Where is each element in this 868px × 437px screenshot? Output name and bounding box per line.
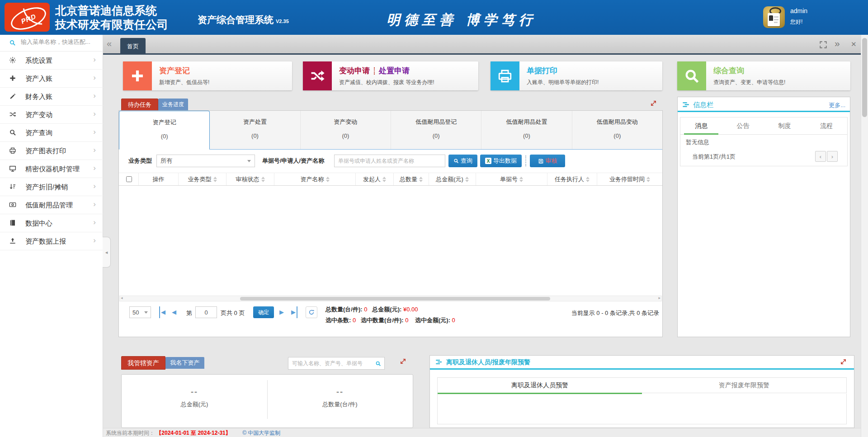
user-avatar[interactable] xyxy=(763,6,785,28)
subtab-lowvalue-disposal[interactable]: 低值耐用品处置 (0) xyxy=(481,111,572,149)
export-data-button[interactable]: X 导出数据 xyxy=(480,155,522,167)
hscroll-left-icon[interactable]: ◂ xyxy=(121,296,123,300)
first-page-icon[interactable]: ◀ xyxy=(159,306,165,318)
card-doc-print[interactable]: 单据打印 入账单、明细单等单据的打印! xyxy=(491,61,662,90)
sidebar-item-data-center[interactable]: 数据中心 › xyxy=(0,214,103,232)
col-audit-status[interactable]: 审核状态 xyxy=(226,173,274,185)
sidebar-item-chart-print[interactable]: 资产图表打印 › xyxy=(0,141,103,160)
sidebar-item-system-settings[interactable]: 系统设置 › xyxy=(0,51,103,70)
audit-button[interactable]: 审核 xyxy=(530,155,565,167)
company-line1: 北京普诺迪信息系统 xyxy=(55,4,168,18)
business-type-select[interactable]: 所有 xyxy=(156,155,255,167)
copyright-link[interactable]: © 中国大学监制 xyxy=(242,430,280,436)
col-doc-number[interactable]: 单据号 xyxy=(476,173,547,185)
col-total-amount[interactable]: 总金额(元) xyxy=(429,173,476,185)
page-confirm-button[interactable]: 确定 xyxy=(253,306,274,318)
tab-home[interactable]: 首页 xyxy=(120,38,146,55)
sidebar-item-asset-query[interactable]: 资产查询 › xyxy=(0,123,103,142)
prev-page-icon[interactable]: ◀ xyxy=(172,306,176,318)
card-comprehensive-query[interactable]: 综合查询 查询资产、变更、申请等信息! xyxy=(677,61,850,90)
info-tab-rules[interactable]: 制度 xyxy=(764,117,806,135)
doc-search-input[interactable] xyxy=(335,155,445,167)
fullscreen-icon[interactable] xyxy=(819,41,827,49)
sort-icon[interactable] xyxy=(261,177,265,182)
page-number-input[interactable] xyxy=(196,307,217,318)
footer-bar: 系统当前本期时间： 【2024-01-01 至 2024-12-31】 © 中国… xyxy=(103,428,861,437)
card-title-disposal[interactable]: 处置申请 xyxy=(379,66,410,76)
info-next-button[interactable]: › xyxy=(827,151,838,162)
subtab-asset-disposal[interactable]: 资产处置 (0) xyxy=(210,111,300,149)
col-stay-time[interactable]: 业务停留时间 xyxy=(597,173,662,185)
sidebar-item-data-report[interactable]: 资产数据上报 › xyxy=(0,232,103,250)
col-business-type[interactable]: 业务类型 xyxy=(179,173,226,185)
expand-panel-icon[interactable] xyxy=(400,358,406,365)
tab-business-progress[interactable]: 业务进度 xyxy=(158,99,188,110)
refresh-button[interactable] xyxy=(306,306,317,318)
search-icon[interactable] xyxy=(375,361,381,367)
sort-icon[interactable] xyxy=(465,177,469,182)
card-change-apply[interactable]: 变动申请 处置申请 资产减值、校内调拨、报废 等业务办理! xyxy=(303,61,478,90)
tab-todo-tasks[interactable]: 待办任务 xyxy=(121,99,158,111)
hscroll-right-icon[interactable]: ▸ xyxy=(658,296,660,300)
sort-icon[interactable] xyxy=(213,177,217,182)
tab-managed-assets[interactable]: 我管辖资产 xyxy=(121,356,165,370)
select-all-checkbox[interactable] xyxy=(126,176,132,182)
info-prev-button[interactable]: ‹ xyxy=(815,151,826,162)
tabs-scroll-left-icon[interactable]: « xyxy=(107,38,112,49)
sidebar-item-finance-entry[interactable]: 财务入账 › xyxy=(0,87,103,106)
page-size-select[interactable]: 50 xyxy=(129,306,151,318)
table-hscrollbar[interactable]: ◂ ▸ xyxy=(119,296,662,301)
sort-icon[interactable] xyxy=(519,177,523,182)
card-asset-register[interactable]: 资产登记 新增资产、低值品等! xyxy=(123,61,292,90)
hscroll-thumb[interactable] xyxy=(240,297,550,301)
info-tab-announcements[interactable]: 公告 xyxy=(722,117,764,135)
sort-icon[interactable] xyxy=(326,177,330,182)
menu-search-input[interactable] xyxy=(20,38,99,46)
sort-icon[interactable] xyxy=(382,177,386,182)
sort-icon[interactable] xyxy=(646,177,650,182)
close-tab-icon[interactable]: ✕ xyxy=(851,40,857,48)
warning-tab-retirees[interactable]: 离职及退休人员预警 xyxy=(438,377,642,393)
card-title-change[interactable]: 变动申请 xyxy=(339,66,370,76)
info-tab-workflow[interactable]: 流程 xyxy=(806,117,847,135)
query-button[interactable]: 查询 xyxy=(448,155,477,167)
sort-icon[interactable] xyxy=(586,177,590,182)
caret-down-icon xyxy=(247,160,251,162)
sidebar-item-depreciation[interactable]: 资产折旧/摊销 › xyxy=(0,178,103,196)
tabs-scroll-right-icon[interactable]: » xyxy=(835,38,840,49)
subtab-asset-change[interactable]: 资产变动 (0) xyxy=(301,111,391,149)
card-subtitle: 查询资产、变更、申请等信息! xyxy=(713,79,785,86)
sidebar-item-asset-change[interactable]: 资产变动 › xyxy=(0,105,103,124)
sort-icon[interactable] xyxy=(419,177,423,182)
sidebar-item-asset-entry[interactable]: 资产入账 › xyxy=(0,69,103,88)
scrollbar-thumb[interactable] xyxy=(862,38,867,117)
warning-tab-scrap-age[interactable]: 资产报废年限预警 xyxy=(642,377,846,393)
subtab-asset-register[interactable]: 资产登记 (0) xyxy=(119,111,210,150)
sidebar-item-instrument-hours[interactable]: 精密仪器机时管理 › xyxy=(0,160,103,178)
subtab-lowvalue-change[interactable]: 低值耐用品变动 (0) xyxy=(572,111,662,149)
col-asset-name[interactable]: 资产名称 xyxy=(274,173,356,185)
expand-panel-icon[interactable] xyxy=(650,100,657,107)
printer-icon xyxy=(491,61,519,90)
info-tab-messages[interactable]: 消息 xyxy=(680,117,722,135)
username[interactable]: admin xyxy=(790,7,807,14)
search-icon xyxy=(9,129,16,136)
page-scrollbar[interactable] xyxy=(861,35,868,437)
last-page-icon[interactable]: ▶ xyxy=(291,306,297,318)
chevron-right-icon: › xyxy=(93,73,96,82)
menu-search[interactable] xyxy=(0,35,103,52)
asset-search-input[interactable] xyxy=(288,357,384,369)
tab-my-assets[interactable]: 我名下资产 xyxy=(165,357,204,369)
col-task-executor[interactable]: 任务执行人 xyxy=(547,173,597,185)
caret-down-icon xyxy=(144,311,148,314)
col-initiator[interactable]: 发起人 xyxy=(356,173,394,185)
sidebar-item-lowvalue-mgmt[interactable]: 低值耐用品管理 › xyxy=(0,196,103,214)
greeting-text: 您好! xyxy=(790,18,802,26)
sidebar-collapse-handle[interactable]: ◂ xyxy=(103,237,111,268)
subtab-lowvalue-register[interactable]: 低值耐用品登记 (0) xyxy=(391,111,481,149)
excel-icon: X xyxy=(485,158,491,164)
more-link[interactable]: 更多... xyxy=(829,101,845,109)
col-total-qty[interactable]: 总数量 xyxy=(394,173,429,185)
next-page-icon[interactable]: ▶ xyxy=(279,306,284,318)
expand-panel-icon[interactable] xyxy=(840,358,847,365)
